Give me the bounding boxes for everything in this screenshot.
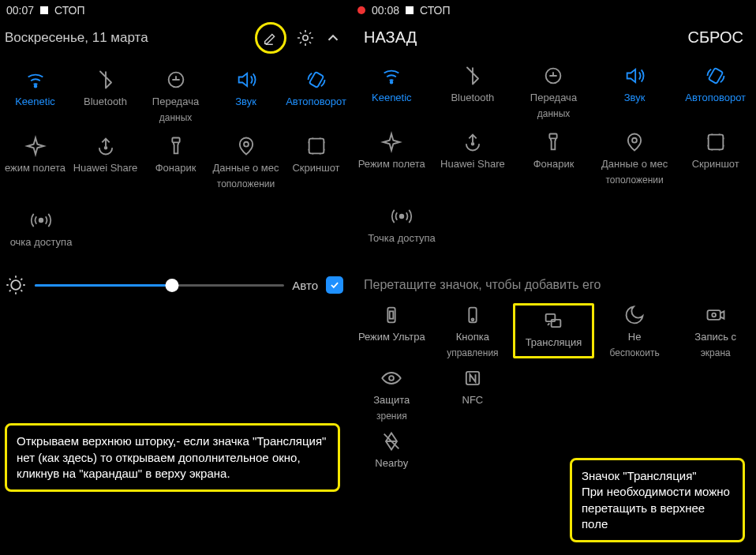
right-screenshot: 00:08 СТОП НАЗАД СБРОС KeeneticBluetooth… — [351, 0, 756, 555]
chevron-up-icon[interactable] — [324, 29, 342, 47]
reset-button[interactable]: СБРОС — [688, 28, 743, 47]
left-screenshot: 00:07 СТОП Воскресенье, 11 марта Keeneti… — [0, 0, 351, 555]
svg-point-21 — [471, 319, 473, 321]
hotspot-icon — [30, 209, 52, 231]
drag-grid-row1: Режим УльтраКнопкауправленияТрансляцияНе… — [351, 303, 756, 366]
toggle-wifi[interactable]: Keenetic — [351, 64, 432, 119]
data-icon — [542, 64, 564, 88]
toggle-data[interactable]: Передачаданных — [513, 64, 594, 119]
toggle-label: Защита — [373, 395, 410, 407]
toggle-label: Передача — [530, 92, 577, 104]
sound-icon — [235, 68, 257, 92]
toggle-label2: беспокоить — [610, 348, 660, 358]
status-stop-label: СТОП — [420, 4, 451, 17]
toggle-airplane[interactable]: ежим полета — [0, 134, 70, 189]
toggle-flashlight[interactable]: Фонарик — [513, 130, 594, 186]
toggle-nfc[interactable]: NFC — [432, 366, 514, 422]
toggle-label: Звук — [235, 96, 256, 108]
share-icon — [95, 134, 117, 158]
toggle-bluetooth[interactable]: Bluetooth — [432, 64, 514, 119]
toggle-label2: данных — [537, 109, 571, 119]
hotspot-label: очка доступа — [6, 237, 76, 249]
rotate-icon — [705, 64, 727, 88]
toggle-screenshot[interactable]: Скриншот — [675, 130, 756, 186]
toggle-label: Автоповорот — [685, 92, 746, 104]
record-icon — [705, 303, 727, 327]
toggle-rotate[interactable]: Автоповорот — [675, 64, 756, 119]
edit-highlight — [255, 22, 286, 54]
wifi-icon — [24, 68, 47, 92]
date-label: Воскресенье, 11 марта — [3, 30, 250, 46]
toggle-flashlight[interactable]: Фонарик — [140, 134, 211, 189]
nearby-icon — [380, 429, 402, 453]
svg-rect-24 — [707, 310, 720, 320]
toggle-label2: тоположении — [217, 179, 275, 189]
toggle-share[interactable]: Huawei Share — [432, 130, 514, 186]
edit-icon[interactable] — [262, 29, 279, 47]
toggle-label: NFC — [462, 395, 484, 407]
quick-toggles-row2: ежим полетаHuawei ShareФонарикДанные о м… — [0, 134, 351, 201]
gear-icon[interactable] — [296, 28, 315, 47]
toggle-hotspot[interactable]: очка доступа — [6, 208, 76, 249]
status-bar: 00:08 СТОП — [351, 0, 756, 21]
rotate-icon — [305, 68, 327, 92]
toggle-label2: данных — [159, 113, 193, 123]
toggle-label: Huawei Share — [73, 163, 138, 174]
toggle-label: Фонарик — [533, 159, 574, 171]
toggle-label: Bluetooth — [451, 92, 494, 104]
toggle-navbtn[interactable]: Кнопкауправления — [432, 303, 514, 358]
toggle-data[interactable]: Передачаданных — [140, 68, 211, 123]
bluetooth-icon — [462, 64, 484, 88]
toggle-ultra[interactable]: Режим Ультра — [351, 303, 432, 358]
header-row: Воскресенье, 11 марта — [0, 21, 351, 62]
toggle-bluetooth[interactable]: Bluetooth — [70, 68, 140, 123]
toggle-cast[interactable]: Трансляция — [513, 303, 594, 358]
brightness-thumb[interactable] — [165, 279, 178, 292]
brightness-slider[interactable] — [35, 284, 284, 287]
toggle-location[interactable]: Данные о местоположении — [211, 134, 281, 189]
toggle-sound[interactable]: Звук — [594, 64, 676, 119]
toggle-wifi[interactable]: Keenetic — [0, 68, 70, 123]
svg-point-10 — [391, 81, 393, 84]
toggle-sound[interactable]: Звук — [211, 68, 281, 123]
svg-point-15 — [632, 138, 637, 143]
toggle-rotate[interactable]: Автоповорот — [281, 68, 351, 123]
location-icon — [235, 134, 257, 158]
toggle-record[interactable]: Запись сэкрана — [675, 303, 756, 358]
svg-point-8 — [39, 219, 43, 223]
data-icon — [165, 68, 187, 92]
auto-label: Авто — [292, 279, 318, 292]
svg-rect-14 — [550, 134, 557, 139]
auto-checkbox[interactable] — [326, 276, 343, 294]
toggle-label: Кнопка — [456, 332, 489, 343]
toggle-dnd[interactable]: Небеспокоить — [594, 303, 676, 358]
toggle-label: Keenetic — [15, 96, 55, 108]
record-dot-icon — [357, 6, 365, 14]
back-button[interactable]: НАЗАД — [364, 28, 417, 47]
toggle-screenshot[interactable]: Скриншот — [281, 134, 351, 189]
toggle-share[interactable]: Huawei Share — [70, 134, 140, 189]
toggle-label: Автоповорот — [286, 96, 346, 108]
toggle-label: Звук — [624, 92, 646, 104]
brightness-fill — [35, 284, 172, 287]
flashlight-icon — [542, 130, 564, 154]
toggle-nearby[interactable]: Nearby — [351, 429, 432, 470]
screenshot-icon — [705, 130, 727, 154]
drag-grid-row2: ЗащитазренияNFC — [351, 366, 756, 429]
toggle-eye[interactable]: Защитазрения — [351, 366, 432, 422]
toggle-airplane[interactable]: Режим полета — [351, 130, 432, 186]
toggle-hotspot[interactable]: Точка доступа — [362, 204, 441, 245]
bluetooth-icon — [95, 68, 117, 92]
toggle-label: Keenetic — [372, 92, 412, 104]
status-time: 00:08 — [372, 4, 399, 17]
toggle-location[interactable]: Данные о местоположении — [594, 130, 676, 186]
annotation-right: Значок "Трансляция"При необходимости мож… — [570, 458, 745, 542]
hotspot-label: Точка доступа — [362, 233, 441, 245]
svg-rect-7 — [309, 139, 324, 154]
eye-icon — [380, 366, 402, 390]
svg-point-0 — [303, 36, 308, 40]
svg-point-17 — [400, 215, 404, 219]
location-icon — [623, 130, 646, 154]
toggle-label: Скриншот — [292, 163, 339, 174]
dnd-icon — [623, 303, 646, 327]
